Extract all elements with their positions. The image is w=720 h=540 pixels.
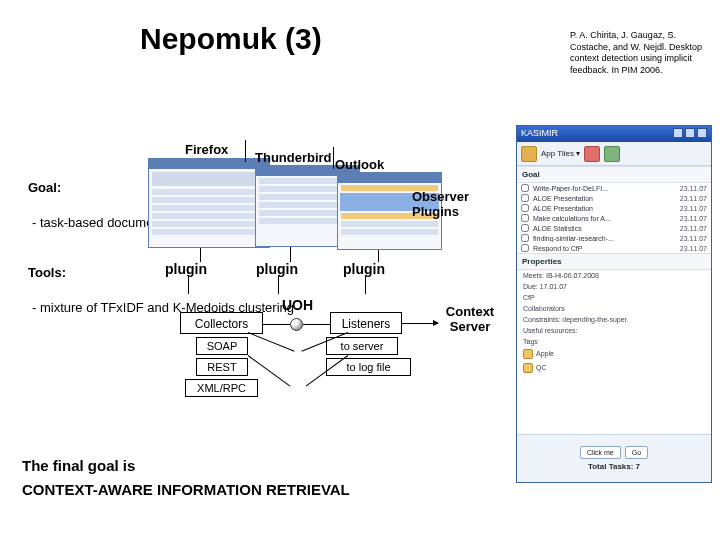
property-line: Collaborators [517, 303, 711, 314]
goal-item-label: Make calculations for A... [533, 215, 676, 222]
property-line: Meets: IB-Hi-06.07.2008 [517, 270, 711, 281]
xmlrpc-box: XML/RPC [185, 379, 258, 397]
window-titlebar[interactable]: KASIMIR [517, 126, 711, 142]
listeners-box: Listeners [330, 312, 402, 334]
section-goal: Goal [517, 166, 711, 183]
checkbox[interactable] [521, 184, 529, 192]
app-tile-label: App Tiles ▾ [541, 149, 580, 158]
connector [365, 276, 366, 294]
conclusion-line1: The final goal is [22, 457, 135, 474]
maximize-icon[interactable] [685, 128, 695, 138]
checkbox[interactable] [521, 194, 529, 202]
property-line: Useful resources: [517, 325, 711, 336]
connector [200, 248, 201, 262]
connector [188, 276, 189, 294]
tools-label: Tools: [28, 265, 66, 280]
tag-item: Apple [517, 347, 711, 361]
conclusion-line2: CONTEXT-AWARE INFORMATION RETRIEVAL [22, 481, 350, 498]
soap-box: SOAP [196, 337, 248, 355]
goal-label: Goal: [28, 180, 61, 195]
goal-item[interactable]: ALOE Presentation23.11.07 [517, 193, 711, 203]
connector [248, 332, 295, 352]
property-line: Tags [517, 336, 711, 347]
goal-item-date: 23.11.07 [680, 185, 707, 192]
goal-item-date: 23.11.07 [680, 215, 707, 222]
tag-item: QC [517, 361, 711, 375]
connector [290, 247, 291, 262]
plugin-label: plugin [343, 261, 385, 277]
goal-item-label: Write-Paper-for-DeLFI... [533, 185, 676, 192]
context-server-label: Context Server [440, 305, 500, 335]
goal-item-date: 23.11.07 [680, 225, 707, 232]
go-button[interactable]: Go [625, 446, 648, 459]
window-title: KASIMIR [521, 128, 558, 140]
goal-item-label: ALOE Statistics [533, 225, 676, 232]
separator [333, 147, 334, 169]
toolbar-icon[interactable] [604, 146, 620, 162]
toolbar-icon[interactable] [584, 146, 600, 162]
kasimir-window: KASIMIR App Tiles ▾ Goal Write-Paper-for… [516, 125, 712, 483]
folder-icon [523, 349, 533, 359]
goal-item-date: 23.11.07 [680, 195, 707, 202]
hub-node-icon [290, 318, 303, 331]
connector [303, 324, 330, 325]
uoh-label: UOH [282, 297, 313, 313]
property-line: CfP [517, 292, 711, 303]
property-line: Constraints: depending-the-super. [517, 314, 711, 325]
goal-item-label: Respond to CfP [533, 245, 676, 252]
slide-title: Nepomuk (3) [140, 22, 322, 56]
goal-item[interactable]: ALOE Statistics23.11.07 [517, 223, 711, 233]
goal-item-label: ALOE Presentation [533, 195, 676, 202]
checkbox[interactable] [521, 234, 529, 242]
checkbox[interactable] [521, 214, 529, 222]
checkbox[interactable] [521, 224, 529, 232]
to-server-box: to server [326, 337, 398, 355]
folder-icon [523, 363, 533, 373]
goal-item[interactable]: finding-similar-research-...23.11.07 [517, 233, 711, 243]
goal-item-date: 23.11.07 [680, 245, 707, 252]
section-properties: Properties [517, 253, 711, 270]
firefox-screenshot [148, 158, 270, 248]
close-icon[interactable] [697, 128, 707, 138]
goal-item[interactable]: Respond to CfP23.11.07 [517, 243, 711, 253]
goal-item-date: 23.11.07 [680, 205, 707, 212]
toolbar: App Tiles ▾ [517, 142, 711, 166]
goal-item-date: 23.11.07 [680, 235, 707, 242]
goal-item-label: ALOE Presentation [533, 205, 676, 212]
app-tile-icon[interactable] [521, 146, 537, 162]
goal-item-label: finding-similar-research-... [533, 235, 676, 242]
checkbox[interactable] [521, 244, 529, 252]
arrow-icon [402, 323, 438, 324]
thunderbird-label: Thunderbird [255, 150, 332, 165]
separator [245, 140, 246, 162]
outlook-label: Outlook [335, 157, 384, 172]
plugin-label: plugin [165, 261, 207, 277]
connector [278, 276, 279, 294]
goal-item[interactable]: Write-Paper-for-DeLFI...23.11.07 [517, 183, 711, 193]
citation: P. A. Chirita, J. Gaugaz, S. Costache, a… [570, 30, 710, 77]
connector [263, 324, 290, 325]
click-me-button[interactable]: Click me [580, 446, 621, 459]
goal-item[interactable]: ALOE Presentation23.11.07 [517, 203, 711, 213]
goal-item[interactable]: Make calculations for A...23.11.07 [517, 213, 711, 223]
footer: Click me Go Total Tasks: 7 [517, 434, 711, 482]
firefox-label: Firefox [185, 142, 228, 157]
total-tasks: Total Tasks: 7 [588, 462, 640, 471]
checkbox[interactable] [521, 204, 529, 212]
property-line: Due: 17.01.07 [517, 281, 711, 292]
collectors-box: Collectors [180, 312, 263, 334]
minimize-icon[interactable] [673, 128, 683, 138]
plugin-label: plugin [256, 261, 298, 277]
observer-plugins-label: Observer Plugins [412, 190, 470, 220]
rest-box: REST [196, 358, 248, 376]
